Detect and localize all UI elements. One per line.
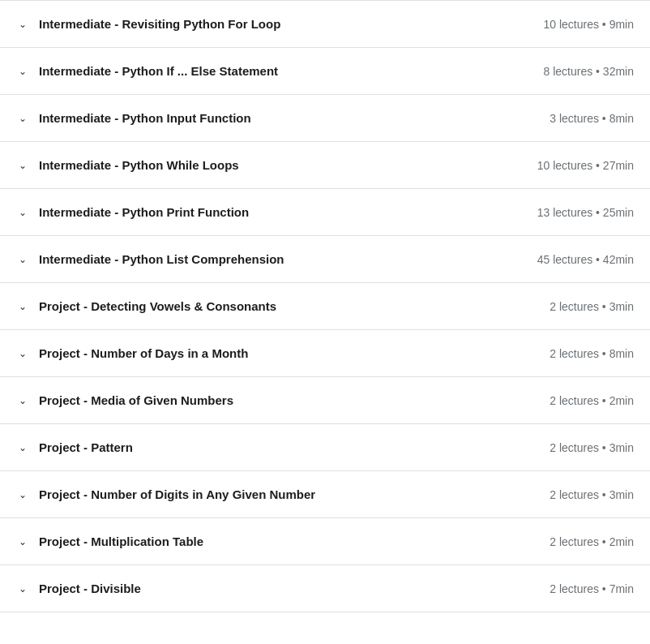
- section-left: ⌄ Project - Pattern: [16, 439, 504, 456]
- section-title: Project - Multiplication Table: [39, 533, 203, 550]
- section-left: ⌄ Intermediate - Python List Comprehensi…: [16, 251, 504, 268]
- chevron-down-icon: ⌄: [16, 66, 29, 77]
- section-left: ⌄ Intermediate - Python Input Function: [16, 109, 504, 127]
- section-title: Project - Detecting Vowels & Consonants: [39, 298, 276, 315]
- section-row[interactable]: ⌄ Project - Pattern 2 lectures • 3min: [0, 424, 650, 471]
- chevron-down-icon: ⌄: [16, 442, 29, 453]
- section-title: Project - Media of Given Numbers: [39, 392, 233, 409]
- chevron-down-icon: ⌄: [16, 254, 29, 265]
- section-row[interactable]: ⌄ Intermediate - Python If ... Else Stat…: [0, 48, 650, 95]
- chevron-down-icon: ⌄: [16, 160, 29, 171]
- section-left: ⌄ Project - Number of Digits in Any Give…: [16, 486, 504, 503]
- section-meta: 2 lectures • 3min: [504, 441, 634, 454]
- chevron-down-icon: ⌄: [16, 19, 29, 30]
- chevron-down-icon: ⌄: [16, 113, 29, 124]
- section-row[interactable]: ⌄ Project - Divisible 2 lectures • 7min: [0, 565, 650, 612]
- section-meta: 10 lectures • 9min: [504, 18, 634, 31]
- section-meta: 13 lectures • 25min: [504, 206, 634, 219]
- section-left: ⌄ Intermediate - Python While Loops: [16, 157, 504, 174]
- chevron-down-icon: ⌄: [16, 301, 29, 312]
- section-title: Intermediate - Python Input Function: [39, 109, 251, 127]
- chevron-down-icon: ⌄: [16, 536, 29, 547]
- section-title: Project - Number of Digits in Any Given …: [39, 486, 315, 503]
- section-meta: 3 lectures • 8min: [504, 112, 634, 125]
- chevron-down-icon: ⌄: [16, 395, 29, 406]
- course-section-list: ⌄ Intermediate - Revisiting Python For L…: [0, 0, 650, 612]
- section-row[interactable]: ⌄ Intermediate - Python List Comprehensi…: [0, 236, 650, 283]
- section-meta: 8 lectures • 32min: [504, 65, 634, 78]
- section-row[interactable]: ⌄ Project - Multiplication Table 2 lectu…: [0, 518, 650, 565]
- section-row[interactable]: ⌄ Project - Number of Days in a Month 2 …: [0, 330, 650, 377]
- section-meta: 10 lectures • 27min: [504, 159, 634, 172]
- section-meta: 2 lectures • 7min: [504, 582, 634, 595]
- section-row[interactable]: ⌄ Project - Media of Given Numbers 2 lec…: [0, 377, 650, 424]
- chevron-down-icon: ⌄: [16, 583, 29, 595]
- section-left: ⌄ Intermediate - Python Print Function: [16, 204, 504, 221]
- section-left: ⌄ Project - Number of Days in a Month: [16, 345, 504, 362]
- section-title: Project - Number of Days in a Month: [39, 345, 248, 362]
- chevron-down-icon: ⌄: [16, 207, 29, 218]
- section-title: Intermediate - Python If ... Else Statem…: [39, 62, 278, 79]
- section-row[interactable]: ⌄ Project - Detecting Vowels & Consonant…: [0, 283, 650, 330]
- section-left: ⌄ Project - Divisible: [16, 580, 504, 597]
- section-left: ⌄ Project - Multiplication Table: [16, 533, 504, 550]
- section-left: ⌄ Intermediate - Python If ... Else Stat…: [16, 62, 504, 79]
- section-title: Intermediate - Python While Loops: [39, 157, 239, 174]
- section-title: Intermediate - Python List Comprehension: [39, 251, 284, 268]
- section-title: Intermediate - Revisiting Python For Loo…: [39, 15, 280, 32]
- section-row[interactable]: ⌄ Intermediate - Python Print Function 1…: [0, 189, 650, 236]
- section-meta: 2 lectures • 3min: [504, 300, 634, 313]
- section-meta: 2 lectures • 2min: [504, 535, 634, 548]
- section-meta: 2 lectures • 8min: [504, 347, 634, 360]
- section-title: Project - Divisible: [39, 580, 141, 597]
- section-title: Intermediate - Python Print Function: [39, 204, 249, 221]
- section-row[interactable]: ⌄ Intermediate - Python Input Function 3…: [0, 95, 650, 142]
- section-meta: 45 lectures • 42min: [504, 253, 634, 266]
- section-left: ⌄ Project - Detecting Vowels & Consonant…: [16, 298, 504, 315]
- chevron-down-icon: ⌄: [16, 348, 29, 359]
- section-row[interactable]: ⌄ Project - Number of Digits in Any Give…: [0, 471, 650, 518]
- section-meta: 2 lectures • 3min: [504, 488, 634, 501]
- section-title: Project - Pattern: [39, 439, 133, 456]
- section-left: ⌄ Intermediate - Revisiting Python For L…: [16, 15, 504, 32]
- section-meta: 2 lectures • 2min: [504, 394, 634, 407]
- section-row[interactable]: ⌄ Intermediate - Revisiting Python For L…: [0, 0, 650, 48]
- chevron-down-icon: ⌄: [16, 489, 29, 500]
- section-left: ⌄ Project - Media of Given Numbers: [16, 392, 504, 409]
- section-row[interactable]: ⌄ Intermediate - Python While Loops 10 l…: [0, 142, 650, 189]
